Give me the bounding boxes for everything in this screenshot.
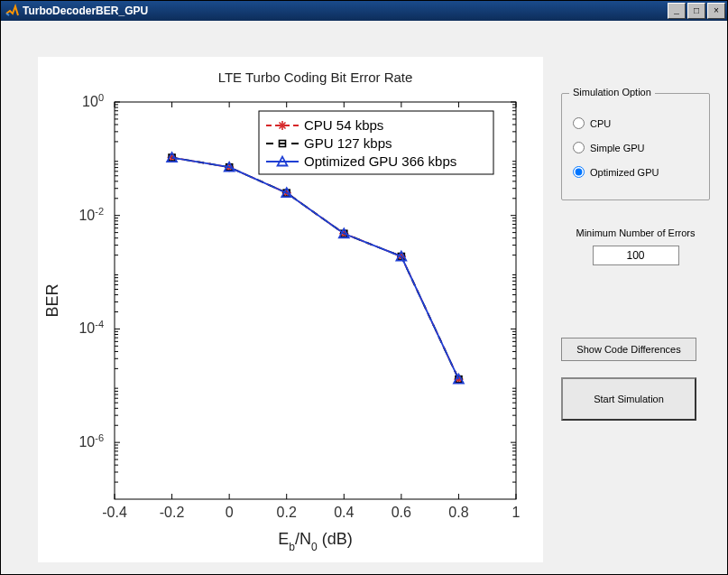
radio-simple-gpu-input[interactable]	[573, 142, 585, 153]
maximize-button[interactable]: □	[687, 3, 705, 19]
svg-text:0: 0	[226, 505, 234, 520]
svg-text:CPU 54 kbps: CPU 54 kbps	[304, 117, 383, 133]
radio-cpu-label: CPU	[590, 118, 611, 129]
minimize-button[interactable]: _	[668, 3, 686, 19]
show-code-differences-button[interactable]: Show Code Differences	[561, 338, 696, 361]
radio-optimized-gpu-input[interactable]	[573, 166, 585, 178]
client-area: -0.4-0.200.20.40.60.8110010-210-410-6LTE…	[2, 21, 726, 573]
window-buttons: _ □ ×	[666, 3, 725, 19]
min-errors-block: Minimum Number of Errors	[561, 227, 710, 265]
radio-cpu-input[interactable]	[573, 117, 585, 129]
svg-text:0.2: 0.2	[277, 505, 297, 520]
svg-text:10-4: 10-4	[78, 319, 104, 336]
simulation-option-legend: Simulation Option	[569, 87, 655, 97]
radio-optimized-gpu[interactable]: Optimized GPU	[571, 166, 700, 178]
ber-plot: -0.4-0.200.20.40.60.8110010-210-410-6LTE…	[38, 57, 543, 562]
start-simulation-button[interactable]: Start Simulation	[561, 377, 696, 421]
side-panel: Simulation Option CPU Simple GPU Optimiz…	[561, 93, 710, 421]
svg-text:Eb/N0 (dB): Eb/N0 (dB)	[278, 530, 352, 553]
radio-simple-gpu[interactable]: Simple GPU	[571, 142, 700, 153]
svg-text:Optimized GPU 366 kbps: Optimized GPU 366 kbps	[304, 153, 456, 169]
svg-text:-0.2: -0.2	[160, 505, 185, 520]
window-title: TurboDecoderBER_GPU	[23, 5, 666, 17]
svg-text:BER: BER	[43, 283, 61, 317]
min-errors-label: Minimum Number of Errors	[561, 227, 710, 238]
radio-optimized-gpu-label: Optimized GPU	[590, 167, 659, 178]
close-button[interactable]: ×	[707, 3, 725, 19]
simulation-option-group: Simulation Option CPU Simple GPU Optimiz…	[561, 93, 710, 200]
svg-text:0.4: 0.4	[334, 505, 354, 520]
svg-text:0.8: 0.8	[448, 505, 468, 520]
svg-text:0.6: 0.6	[392, 505, 411, 520]
svg-text:GPU 127 kbps: GPU 127 kbps	[304, 135, 392, 151]
min-errors-input[interactable]	[593, 246, 679, 265]
radio-simple-gpu-label: Simple GPU	[590, 143, 645, 153]
svg-text:10-6: 10-6	[78, 432, 104, 450]
svg-text:LTE Turbo Coding Bit Error Rat: LTE Turbo Coding Bit Error Rate	[218, 70, 413, 85]
app-window: TurboDecoderBER_GPU _ □ × -0.4-0.200.20.…	[0, 0, 728, 575]
svg-text:1: 1	[512, 505, 521, 520]
radio-cpu[interactable]: CPU	[571, 117, 700, 129]
svg-text:100: 100	[82, 92, 104, 109]
svg-text:-0.4: -0.4	[102, 505, 127, 520]
matlab-icon	[5, 4, 19, 18]
titlebar: TurboDecoderBER_GPU _ □ ×	[1, 1, 727, 21]
chart-area: -0.4-0.200.20.40.60.8110010-210-410-6LTE…	[38, 57, 543, 562]
svg-text:10-2: 10-2	[78, 206, 104, 223]
